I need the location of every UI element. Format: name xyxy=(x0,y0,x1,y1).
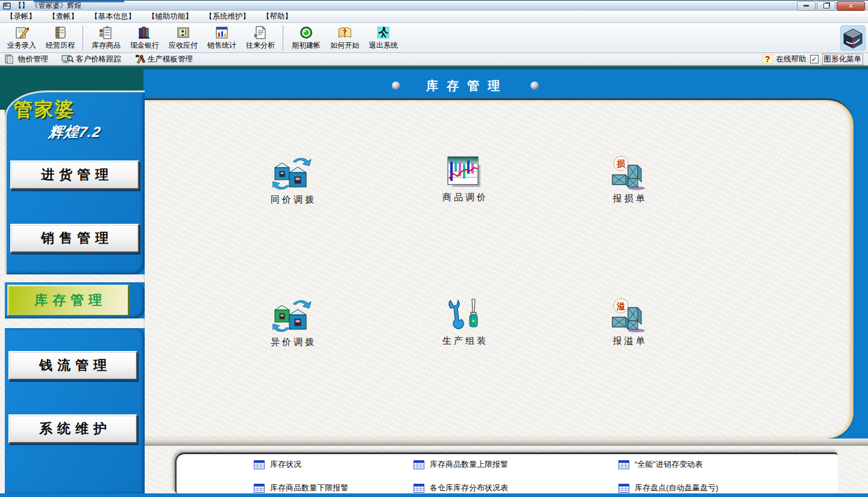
table-icon xyxy=(414,460,424,469)
minimize-icon xyxy=(804,5,809,7)
receivable-payable-icon xyxy=(176,25,190,40)
same-price-transfer-icon xyxy=(272,156,312,192)
menu-check[interactable]: 【查帐】 xyxy=(42,11,84,22)
sidebar-bottom-block: 钱流管理 系统维护 xyxy=(5,328,145,493)
loss-badge-text: 损 xyxy=(616,159,626,168)
menu-aux-functions[interactable]: 【辅助功能】 xyxy=(142,11,199,22)
menu-bar: 【录帐】 【查帐】 【基本信息】 【辅助功能】 【系统维护】 【帮助】 xyxy=(0,11,868,23)
table-icon xyxy=(254,484,265,493)
feature-same-price-transfer[interactable]: 同价调拨 xyxy=(247,156,338,206)
overflow-report-icon: 溢 xyxy=(610,298,647,333)
help-icon[interactable]: ? xyxy=(763,54,773,64)
toolbar-separator xyxy=(83,25,84,51)
svg-text:?: ? xyxy=(343,28,347,36)
link-inventory-status[interactable]: 库存状况 xyxy=(254,459,301,470)
toolbar-initial-account[interactable]: 期初建帐 xyxy=(287,25,326,51)
business-entry-icon xyxy=(14,25,29,40)
business-history-icon xyxy=(53,25,68,40)
feature-label: 商品调价 xyxy=(419,192,509,203)
menu-record[interactable]: 【录帐】 xyxy=(0,11,42,22)
link-warehouse-distribution[interactable]: 各仓库库存分布状况表 xyxy=(414,483,508,493)
sidebar-item-inventory[interactable]: 库存管理 xyxy=(7,285,129,316)
toolbar-cash-bank[interactable]: 现金银行 xyxy=(125,25,164,51)
page-title: 库存管理 xyxy=(418,78,508,94)
restore-button[interactable] xyxy=(817,1,835,11)
sidebar-top-block: 管家婆 辉煌7.2 进货管理 销售管理 xyxy=(5,90,145,274)
sidebar-selected-block: 库存管理 xyxy=(5,282,145,318)
main-toolbar: 业务录入 经营历程 库存商品 xyxy=(0,23,868,53)
sales-statistics-icon xyxy=(215,25,229,40)
link-lower-limit-alarm[interactable]: 库存商品数量下限报警 xyxy=(254,483,348,493)
feature-label: 同价调拨 xyxy=(247,194,338,206)
toolbar2-customer-price-tracking[interactable]: 客户价格跟踪 xyxy=(61,54,121,65)
left-margin xyxy=(0,110,5,493)
production-template-icon xyxy=(134,54,145,64)
sphere-icon xyxy=(392,81,400,90)
feature-label: 异价调拨 xyxy=(247,337,338,348)
toolbar-separator xyxy=(283,25,284,51)
feature-label: 生产组装 xyxy=(419,335,509,347)
menu-system-maintenance[interactable]: 【系统维护】 xyxy=(199,11,256,22)
link-allround-change-table[interactable]: “全能”进销存变动表 xyxy=(618,459,703,470)
sidebar-item-sales[interactable]: 销售管理 xyxy=(10,224,139,253)
close-icon: X xyxy=(849,3,852,9)
toolbar-business-entry[interactable]: 业务录入 xyxy=(2,25,41,51)
sidebar-item-system-maintenance[interactable]: 系统维护 xyxy=(8,414,137,443)
toolbar-inventory-goods[interactable]: 库存商品 xyxy=(87,25,125,51)
restore-icon xyxy=(823,3,829,8)
main-region: 库存管理 管家婆 辉煌7.2 进货管理 销售管理 库存管理 钱流管理 系统维护 xyxy=(0,66,868,497)
toolbar2-price-management[interactable]: 物价管理 xyxy=(5,54,48,65)
exit-system-icon xyxy=(376,25,391,40)
feature-label: 报损单 xyxy=(583,193,674,204)
toolbar-receivable-payable[interactable]: 应收应付 xyxy=(164,25,203,51)
feature-loss-report[interactable]: 损 报损单 xyxy=(583,156,674,204)
close-button[interactable]: X xyxy=(837,1,865,11)
feature-overflow-report[interactable]: 溢 报溢单 xyxy=(583,298,674,347)
price-management-icon xyxy=(5,54,16,64)
graphical-menu-checkbox[interactable]: ✓ xyxy=(810,55,819,63)
sidebar-item-cashflow[interactable]: 钱流管理 xyxy=(8,351,137,380)
bottom-blue-strip xyxy=(0,493,868,497)
menu-basic-info[interactable]: 【基本信息】 xyxy=(84,11,142,22)
sphere-icon xyxy=(530,81,539,90)
toolbar-how-to-start[interactable]: ? 如何开始 xyxy=(326,25,364,51)
initial-account-icon xyxy=(299,25,313,40)
sidebar: 管家婆 辉煌7.2 进货管理 销售管理 库存管理 钱流管理 系统维护 xyxy=(5,90,145,493)
loss-report-icon: 损 xyxy=(610,156,647,191)
customer-price-tracking-icon xyxy=(61,54,74,64)
table-icon xyxy=(618,484,629,493)
transactions-analysis-icon xyxy=(253,25,268,40)
content-panel: 同价调拨 xyxy=(145,98,854,438)
toolbar2-production-template[interactable]: 生产模板管理 xyxy=(134,54,193,65)
graphical-menu-label[interactable]: 图形化菜单 xyxy=(822,54,864,65)
menu-help[interactable]: 【帮助】 xyxy=(256,11,298,22)
sidebar-gap xyxy=(5,318,145,328)
checkbox-checked-icon: ✓ xyxy=(811,56,817,63)
how-to-start-icon: ? xyxy=(338,25,352,40)
link-upper-limit-alarm[interactable]: 库存商品数量上限报警 xyxy=(414,459,508,470)
sidebar-item-purchase[interactable]: 进货管理 xyxy=(10,160,139,189)
toolbar-business-history[interactable]: 经营历程 xyxy=(41,25,80,51)
title-bar: 【】 《管家婆》辉煌 X xyxy=(0,0,868,11)
feature-label: 报溢单 xyxy=(583,335,674,347)
production-assembly-icon xyxy=(447,298,482,333)
minimize-button[interactable] xyxy=(797,1,816,11)
online-help-label[interactable]: 在线帮助 xyxy=(776,54,807,65)
sidebar-gap xyxy=(5,274,145,282)
secondary-toolbar: 物价管理 客户价格跟踪 生产模板管理 ? 在线帮助 ✓ 图形化菜单 xyxy=(0,53,868,66)
feature-production-assembly[interactable]: 生产组装 xyxy=(419,298,509,347)
inventory-goods-icon xyxy=(99,25,113,40)
feature-diff-price-transfer[interactable]: 异价调拨 xyxy=(247,298,338,348)
toolbar-sales-statistics[interactable]: 销售统计 xyxy=(203,25,241,51)
toolbar-transactions-analysis[interactable]: 往来分析 xyxy=(241,25,280,51)
link-inventory-count[interactable]: 库存盘点(自动盘赢盘亏) xyxy=(618,483,719,493)
background-window-edge xyxy=(34,1,124,2)
overflow-badge-text: 溢 xyxy=(616,301,625,311)
diff-price-transfer-icon xyxy=(272,298,312,334)
feature-goods-price-adjust[interactable]: 商品调价 xyxy=(419,156,509,203)
bottom-zone: 库存状况 库存商品数量上限报警 xyxy=(145,438,868,497)
table-icon xyxy=(618,460,629,469)
table-icon xyxy=(414,484,424,493)
app-icon xyxy=(3,2,11,10)
toolbar-exit-system[interactable]: 退出系统 xyxy=(364,25,403,51)
